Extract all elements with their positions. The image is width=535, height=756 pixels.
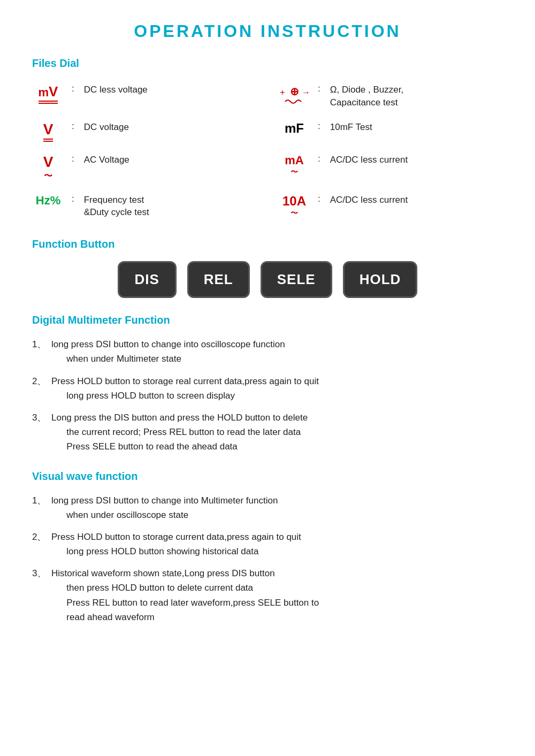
dial-item-vdc: V : DC voltage [32,118,257,145]
visual-item-3-text: Historical waveform shown state,Long pre… [51,566,319,624]
visual-list-item-1: 1、 long press DSI button to change into … [32,493,503,522]
list-num-3: 3、 [32,410,47,454]
digital-list-item-3: 3、 Long press the DIS button and press t… [32,410,503,454]
visual-num-1: 1、 [32,493,47,522]
desc-omega: Ω, Diode , Buzzer,Capacitance test [330,83,403,109]
list-num-2: 2、 [32,374,47,403]
function-section-title: Function Button [32,238,503,250]
svg-text:+: + [280,88,285,97]
symbol-hz: Hz% [32,194,64,208]
dial-item-omega: ⊕ + → : Ω, Diode , Buzzer,Capacitance te… [278,80,503,112]
symbol-ma: mA 〜 [278,154,310,177]
function-button-section: Function Button DIS REL SELE HOLD [32,238,503,298]
visual-item-2-text: Press HOLD button to storage current dat… [51,530,301,559]
digital-section-title: Digital Multimeter Function [32,314,503,326]
digital-item-2-text: Press HOLD button to storage real curren… [51,374,319,403]
visual-item-1-text: long press DSI button to change into Mul… [51,493,278,522]
digital-item-3-text: Long press the DIS button and press the … [51,410,308,454]
visual-list-item-3: 3、 Historical waveform shown state,Long … [32,566,503,624]
visual-list-item-2: 2、 Press HOLD button to storage current … [32,530,503,559]
sele-button[interactable]: SELE [261,261,332,298]
dial-section: Files Dial mV : DC less voltage ⊕ [32,57,503,222]
symbol-mf: mF [278,121,310,136]
visual-num-3: 3、 [32,566,47,624]
symbol-mv: mV [32,83,64,104]
svg-text:→: → [302,88,309,97]
dial-item-mv: mV : DC less voltage [32,80,257,112]
visual-num-2: 2、 [32,530,47,559]
svg-text:⊕: ⊕ [290,86,299,97]
function-buttons-row: DIS REL SELE HOLD [32,261,503,298]
symbol-10a: 10A 〜 [278,194,310,218]
digital-list-item-1: 1、 long press DSI button to change into … [32,337,503,366]
page-title: OPERATION INSTRUCTION [32,21,503,41]
visual-section-title: Visual wave function [32,470,503,483]
desc-10a: AC/DC less current [330,194,408,207]
dial-item-10a: 10A 〜 : AC/DC less current [278,190,503,223]
symbol-vac: V 〜 [32,154,64,182]
visual-wave-section: Visual wave function 1、 long press DSI b… [32,470,503,625]
rel-button[interactable]: REL [187,261,250,298]
dial-item-mf: mF : 10mF Test [278,118,503,145]
desc-mf: 10mF Test [330,121,372,134]
digital-multimeter-section: Digital Multimeter Function 1、 long pres… [32,314,503,454]
dis-button[interactable]: DIS [118,261,177,298]
desc-ma: AC/DC less current [330,154,408,166]
symbol-vdc: V [32,121,64,142]
hold-button[interactable]: HOLD [343,261,418,298]
symbol-omega: ⊕ + → [278,83,310,107]
digital-list-item-2: 2、 Press HOLD button to storage real cur… [32,374,503,403]
desc-mv: DC less voltage [84,83,148,96]
dial-item-vac: V 〜 : AC Voltage [32,150,257,185]
dial-item-hz: Hz% : Frequency test&Duty cycle test [32,190,257,223]
desc-vdc: DC voltage [84,121,129,134]
desc-vac: AC Voltage [84,154,129,166]
list-num-1: 1、 [32,337,47,366]
dial-grid: mV : DC less voltage ⊕ + → [32,80,503,222]
desc-hz: Frequency test&Duty cycle test [84,194,149,219]
dial-item-ma: mA 〜 : AC/DC less current [278,150,503,185]
dial-section-title: Files Dial [32,57,503,70]
digital-item-1-text: long press DSI button to change into osc… [51,337,285,366]
